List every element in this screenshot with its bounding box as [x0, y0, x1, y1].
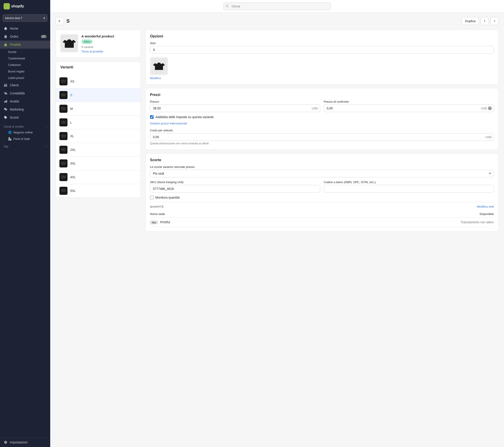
sidebar-sub-listini[interactable]: Listini prezzi — [0, 75, 50, 81]
search-input[interactable] — [223, 2, 331, 10]
home-icon — [4, 26, 8, 31]
back-button[interactable] — [55, 17, 64, 25]
sidebar-item-marketing[interactable]: Marketing — [0, 105, 50, 113]
variant-item[interactable]: L — [56, 116, 141, 129]
price-input[interactable] — [150, 105, 320, 112]
sidebar-footer: Impostazioni — [0, 437, 50, 447]
expand-app-icon[interactable]: › — [46, 145, 47, 148]
sidebar-item-label-products: Prodotti — [10, 43, 21, 46]
sidebar-item-label-marketing: Marketing — [10, 107, 23, 111]
sidebar-item-label-orders: Ordini — [10, 35, 18, 38]
variant-item[interactable]: 4XL — [56, 170, 141, 184]
expand-sales-icon[interactable]: › — [46, 125, 47, 128]
variant-thumb — [59, 105, 68, 113]
sidebar-sub-scorte[interactable]: Scorte — [0, 49, 50, 55]
sidebar-item-analytics[interactable]: Analisi — [0, 97, 50, 105]
sidebar-item-products[interactable]: Prodotti — [0, 41, 50, 49]
content-area: S Duplica — [50, 13, 504, 447]
variant-thumb — [59, 159, 68, 167]
sidebar-sub-buoni[interactable]: Buoni regalo — [0, 68, 50, 75]
sku-input[interactable] — [150, 185, 320, 193]
modify-image-link[interactable]: Modifica — [150, 76, 494, 80]
products-icon — [4, 43, 8, 47]
cost-input-wrapper: USD — [150, 133, 494, 141]
store-selector[interactable]: kievins-test-7 ▾ — [3, 14, 48, 22]
price-label: Prezzo — [150, 100, 320, 103]
sidebar-item-orders[interactable]: Ordini 27 — [0, 33, 50, 41]
sidebar-item-label-home: Home — [10, 27, 18, 30]
analytics-icon — [4, 99, 8, 103]
sidebar-sub-trasferimenti[interactable]: Trasferimenti — [0, 55, 50, 62]
settings-icon — [4, 440, 8, 444]
barcode-input[interactable] — [324, 185, 494, 193]
prices-card: Prezzi Prezzo USD Prezzo di confronto — [145, 88, 499, 150]
settings-item[interactable]: Impostazioni — [4, 440, 47, 444]
size-label: Size — [150, 41, 494, 45]
sidebar-item-label-clients: Clienti — [10, 83, 18, 87]
price-input-wrapper: USD — [150, 105, 320, 112]
help-icon[interactable]: ? — [488, 107, 492, 110]
col-available-label: Disponibile — [480, 212, 494, 216]
search-icon — [226, 4, 229, 8]
topbar — [50, 0, 504, 13]
variant-item[interactable]: 2XL — [56, 143, 141, 157]
duplicate-button[interactable]: Duplica — [462, 17, 479, 25]
next-variant-button[interactable] — [490, 17, 499, 25]
page-header: S Duplica — [55, 17, 499, 25]
monitor-checkbox[interactable] — [150, 196, 154, 199]
qty-table-header: Nome sede Disponibile — [150, 211, 494, 218]
variant-item[interactable]: XS — [56, 75, 141, 88]
storage-select[interactable]: Più sedi — [150, 170, 494, 177]
tax-checkbox[interactable] — [150, 115, 154, 119]
sidebar-item-discounts[interactable]: Sconti — [0, 113, 50, 122]
search-bar-wrapper — [223, 2, 331, 10]
sidebar-sub-collezioni[interactable]: Collezioni — [0, 62, 50, 68]
chevron-down-icon: ▾ — [43, 16, 45, 20]
sidebar-item-accounting[interactable]: Contabilità — [0, 89, 50, 97]
barcode-label: Codice a barre (ISBN, UPC, GTIN, ecc.) — [324, 180, 494, 184]
variant-item[interactable]: M — [56, 102, 141, 116]
variant-label: 5XL — [70, 189, 76, 193]
inventory-title: Scorte — [150, 158, 494, 162]
size-input[interactable] — [150, 46, 494, 54]
price-currency: USD — [312, 107, 318, 110]
prev-variant-button[interactable] — [481, 17, 489, 25]
status-badge: Attivo — [81, 39, 93, 44]
sidebar-item-pos[interactable]: 🏪 Point of Sale — [0, 136, 50, 142]
international-prices-link[interactable]: Gestisci prezzi internazionali — [150, 122, 187, 125]
variant-thumb — [59, 132, 68, 140]
sidebar-item-home[interactable]: Home — [0, 24, 50, 33]
orders-badge: 27 — [41, 35, 47, 38]
qty-header: QUANTITÀ Modifica sedi — [150, 205, 494, 208]
variant-item[interactable]: XL — [56, 129, 141, 143]
edit-locations-link[interactable]: Modifica sedi — [477, 205, 494, 208]
orders-icon — [4, 35, 8, 38]
options-card: Opzioni Size Modifica — [145, 30, 499, 85]
variant-thumb — [59, 91, 68, 99]
sidebar-item-online-store[interactable]: 🌐 Negozio online — [0, 129, 50, 136]
variant-item[interactable]: 5XL — [56, 184, 141, 197]
sidebar-item-clients[interactable]: Clienti — [0, 81, 50, 89]
product-thumbnail — [60, 34, 78, 52]
shopify-logo: shopify — [4, 3, 24, 9]
variant-label: 4XL — [70, 175, 76, 179]
product-link[interactable]: Torna al prodotto — [81, 50, 103, 53]
monitor-label: Monitora quantità — [155, 196, 180, 199]
compare-price-input[interactable] — [324, 105, 494, 112]
variant-item[interactable]: 3XL — [56, 157, 141, 170]
online-store-icon: 🌐 — [8, 131, 12, 134]
sku-label: SKU (Stock Keeping Unit) — [150, 180, 320, 184]
sidebar-item-label-accounting: Contabilità — [10, 91, 25, 95]
variant-item[interactable]: S — [56, 88, 141, 102]
location-badge: App — [150, 220, 158, 224]
main-area: S Duplica — [50, 0, 504, 447]
variant-thumb — [59, 146, 68, 154]
content-grid: A wonderful product Attivo 9 varianti To… — [55, 30, 499, 235]
cost-input[interactable] — [150, 133, 494, 141]
inventory-card: Scorte Le scorte saranno stoccate presso… — [145, 153, 499, 232]
variant-thumb — [59, 173, 68, 181]
product-info: A wonderful product Attivo 9 varianti To… — [60, 34, 136, 53]
variants-list: XS S M — [56, 75, 141, 197]
compare-price-label: Prezzo di confronto — [324, 100, 494, 103]
qty-section-label: QUANTITÀ — [150, 205, 164, 208]
